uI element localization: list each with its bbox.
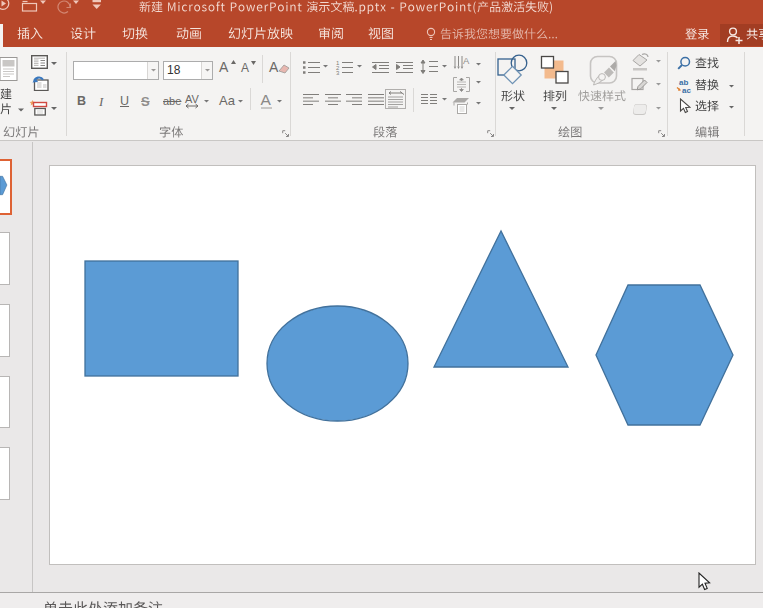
svg-text:ac: ac (682, 86, 691, 94)
svg-text:3: 3 (336, 70, 340, 76)
svg-text:A: A (463, 55, 470, 66)
